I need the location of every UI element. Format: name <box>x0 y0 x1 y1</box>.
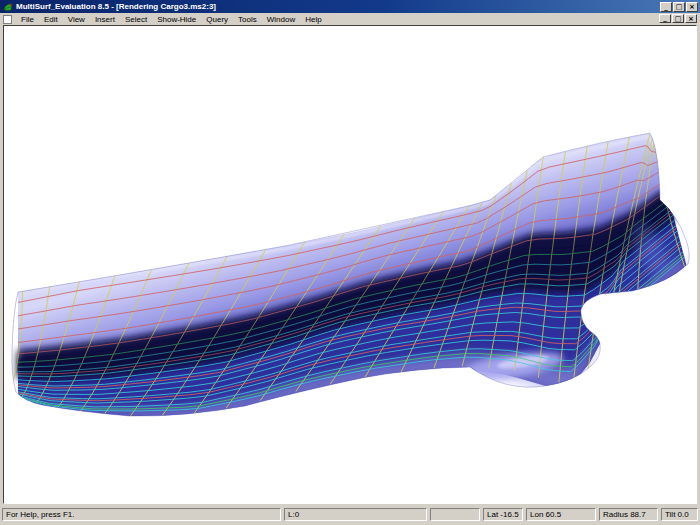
close-button[interactable]: × <box>686 2 698 12</box>
menu-tools[interactable]: Tools <box>233 14 262 25</box>
menu-view[interactable]: View <box>63 14 90 25</box>
status-panel-lon: Lon 60.5 <box>526 508 596 521</box>
menu-edit[interactable]: Edit <box>39 14 63 25</box>
title-bar[interactable]: MultiSurf_Evaluation 8.5 - [Rendering Ca… <box>0 0 700 13</box>
menu-show-hide[interactable]: Show-Hide <box>152 14 201 25</box>
window-title: MultiSurf_Evaluation 8.5 - [Rendering Ca… <box>16 2 658 11</box>
child-minimize-button[interactable]: _ <box>659 14 671 23</box>
app-icon <box>3 2 13 12</box>
menu-help[interactable]: Help <box>300 14 326 25</box>
menu-select[interactable]: Select <box>120 14 152 25</box>
status-panel-l: L:0 <box>284 508 427 521</box>
menu-window[interactable]: Window <box>262 14 300 25</box>
application-window: MultiSurf_Evaluation 8.5 - [Rendering Ca… <box>0 0 700 525</box>
status-panel-radius: Radius 88.7 <box>599 508 658 521</box>
menu-bar: File Edit View Insert Select Show-Hide Q… <box>0 13 700 25</box>
restore-button[interactable]: □ <box>673 2 685 12</box>
menu-file[interactable]: File <box>16 14 39 25</box>
minimize-button[interactable]: _ <box>660 2 672 12</box>
child-close-button[interactable]: × <box>685 14 697 23</box>
menu-query[interactable]: Query <box>201 14 233 25</box>
menu-insert[interactable]: Insert <box>90 14 120 25</box>
child-restore-button[interactable]: □ <box>672 14 684 23</box>
status-help-text: For Help, press F1. <box>2 508 281 521</box>
status-panel-empty <box>430 508 480 521</box>
document-icon[interactable] <box>3 15 12 24</box>
status-panel-tilt: Tilt 0.0 <box>661 508 698 521</box>
status-bar: For Help, press F1. L:0 Lat -16.5 Lon 60… <box>0 504 700 525</box>
status-panel-lat: Lat -16.5 <box>483 508 523 521</box>
render-viewport[interactable] <box>3 25 697 504</box>
